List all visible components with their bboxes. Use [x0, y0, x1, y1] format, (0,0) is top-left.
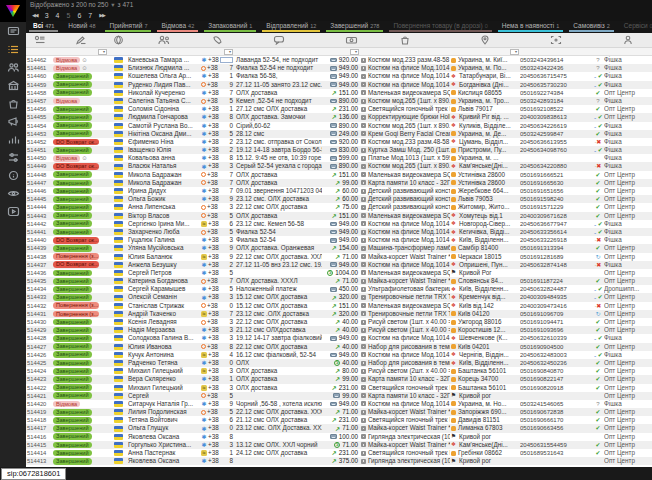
address-cell[interactable]: Запоріжжя 690... — [450, 408, 520, 416]
order-status[interactable]: Завершений — [52, 89, 108, 97]
order-status[interactable]: Завершений — [52, 384, 108, 392]
table-row[interactable]: 514424 Завершений Михаил Гилецький ic+38… — [26, 367, 652, 375]
order-status[interactable]: Відмова — [52, 97, 108, 105]
table-row[interactable]: 514414 Завершений Анна Пастернак ic+381 … — [26, 449, 652, 457]
table-row[interactable]: 514462 Відмова⊙ Каневська Тамара ... ✱+3… — [26, 56, 652, 64]
product-cell[interactable]: Майка-корсет Waist Trainer *142... — [360, 277, 450, 285]
client-name[interactable]: Салегіна Татьяна С... — [128, 97, 200, 105]
client-name[interactable]: Самотій Руслана Во... — [128, 122, 200, 130]
phone-cell[interactable]: ✱+383 — [200, 162, 234, 170]
order-status[interactable]: Завершений — [52, 187, 108, 195]
client-name[interactable]: Олексій Семанін — [128, 293, 200, 301]
client-name[interactable]: Захарченко Люба — [128, 228, 200, 236]
phone-cell[interactable]: ✱+383 — [200, 441, 234, 449]
order-status[interactable]: Завершений — [52, 220, 108, 228]
order-comment[interactable]: 19.12 14-18 завтра Бордо 56-58 — [234, 146, 322, 154]
phone-edit-input[interactable] — [220, 57, 233, 63]
phone-cell[interactable]: ✱+388 — [200, 113, 234, 121]
address-cell[interactable]: ⚑Кривой Рог — [450, 269, 520, 277]
tracking-number[interactable]: 0501690822147 — [520, 375, 592, 383]
phone-cell[interactable]: ic+383 — [200, 367, 234, 375]
address-cell[interactable]: Коростишів 12... — [450, 326, 520, 334]
table-row[interactable]: 514443 Завершений Віктор Власов +385 ОЛХ… — [26, 212, 652, 220]
tracking-number[interactable] — [520, 433, 592, 441]
tracking-number[interactable]: 20450636677947 — [520, 220, 592, 228]
client-name[interactable]: Юлия Иванова — [128, 343, 200, 351]
phone-cell[interactable]: +385 — [200, 228, 234, 236]
order-status[interactable]: Завершений — [52, 146, 108, 154]
table-row[interactable]: 514452 DO Возврат ок... Єфименко Ніна ✱+… — [26, 138, 652, 146]
client-name[interactable]: Уляна Мусійовська — [128, 244, 200, 252]
product-cell[interactable]: Набор для рисования в темнот... — [360, 343, 450, 351]
phone-cell[interactable]: ✱+380 — [200, 424, 234, 432]
table-row[interactable]: 514435 Завершений Катерина Богданова +38… — [26, 277, 652, 285]
product-cell[interactable]: Крем Goqi Berry Facial Cream *3... — [360, 130, 450, 138]
product-cell[interactable]: Корректирующие брюки Hollyw... — [360, 113, 450, 121]
phone-cell[interactable]: +387 — [200, 64, 234, 72]
product-cell[interactable]: Набор для рисования в темнот... — [360, 359, 450, 367]
tracking-number[interactable]: 20450634226619 — [520, 122, 592, 130]
order-comment[interactable]: Серый 52-54 уехала с города — [234, 162, 322, 170]
address-cell[interactable]: Лиманка 67803 — [450, 424, 520, 432]
phone-cell[interactable]: +385 — [200, 97, 234, 105]
address-cell[interactable]: ❖Кременчук від... — [450, 293, 520, 301]
client-name[interactable]: Каневська Тамара ... — [128, 56, 200, 64]
table-row[interactable]: 514444 Завершений Анна Липенська +383 22… — [26, 203, 652, 211]
address-cell[interactable]: Устинівка 28600 — [450, 171, 520, 179]
table-row[interactable]: 514451 Завершений Іващенко Юлія ✱+382 19… — [26, 146, 652, 154]
order-status[interactable]: Завершений — [52, 359, 108, 367]
address-cell[interactable]: Пристроми, Пу... — [450, 146, 520, 154]
range-dropdown-caret[interactable]: ▾ — [111, 1, 114, 8]
table-row[interactable]: 514417 Завершений Ольга Глущук ✱+380 23.… — [26, 424, 652, 432]
order-comment[interactable]: Наложенный платеж — [234, 285, 322, 293]
order-status[interactable]: Завершений — [52, 318, 108, 326]
table-row[interactable]: 514433 Завершений Олексій Семанін ✱+383 … — [26, 293, 652, 301]
table-row[interactable]: 514419 Завершений Лилия Подолинская +385… — [26, 408, 652, 416]
table-row[interactable]: 514434 Завершений Сергей Карамышев ✱+385… — [26, 285, 652, 293]
tracking-number[interactable]: 20400309473416 — [520, 302, 592, 310]
client-name[interactable]: Надія Мерзаєва — [128, 326, 200, 334]
table-row[interactable]: 514456 Завершений Соломія Сідоніна ✱+381… — [26, 105, 652, 113]
tracking-number[interactable]: 0501691598240 — [520, 195, 592, 203]
page-4[interactable]: 4 — [56, 10, 60, 21]
product-cell[interactable]: Платье Мод.1013 (1шт. х 599.00... — [360, 154, 450, 162]
order-status[interactable]: DO Возврат ок... — [52, 138, 108, 146]
phone-cell[interactable]: ic+386 — [200, 220, 234, 228]
order-comment[interactable] — [234, 457, 322, 465]
phone-cell[interactable]: ✱+388 — [200, 433, 234, 441]
order-status[interactable]: Завершений — [52, 416, 108, 424]
order-status[interactable]: Завершений — [52, 113, 108, 121]
table-row[interactable]: 514461 Відмова⊙ Близнюк Людмила ... +387… — [26, 64, 652, 72]
phone-cell[interactable]: +383 — [200, 203, 234, 211]
order-status[interactable]: Завершений — [52, 441, 108, 449]
product-cell[interactable]: Костюм на флисе Мод.1014 (1ш... — [360, 64, 450, 72]
address-cell[interactable]: ❖Татарбунари, Ві... — [450, 72, 520, 80]
order-comment[interactable]: 22.12 смс ОЛХ доставка. ХХХЛ — [234, 408, 322, 416]
product-cell[interactable]: Майка-корсет Waist Trainer *142... — [360, 253, 450, 261]
product-cell[interactable]: Карта памяти 10 класс - 32Гб *1... — [360, 375, 450, 383]
address-cell[interactable]: Київ 04120 — [450, 310, 520, 318]
client-name[interactable]: Соломія Сідоніна — [128, 105, 200, 113]
table-row[interactable]: 514439 Завершений Уляна Мусійовська ✱+38… — [26, 244, 652, 252]
tracking-number[interactable]: 20450633356614 — [520, 228, 592, 236]
order-comment[interactable]: 23.12 смс. Кемел 56-58 — [234, 220, 322, 228]
client-name[interactable]: Людмила Гончарова — [128, 113, 200, 121]
address-cell[interactable]: Львів 79053 — [450, 195, 520, 203]
table-row[interactable]: 514418 Завершений Тетяна Войтович ✱+386 … — [26, 416, 652, 424]
phone-cell[interactable]: ✱+389 — [200, 400, 234, 408]
product-cell[interactable]: Куртка Замш Мод. 250 (1шт. х 8... — [360, 146, 450, 154]
product-cell[interactable]: Тренировочные петли TRX Train... — [360, 293, 450, 301]
tracking-number[interactable]: 0501690666170 — [520, 416, 592, 424]
app-logo[interactable] — [0, 0, 26, 22]
tab-Всі[interactable]: Всі471 — [26, 21, 61, 33]
phone-cell[interactable]: ✱+389 — [200, 195, 234, 203]
column-country-header[interactable] — [108, 33, 128, 47]
order-comment[interactable]: 22.12 смс ОЛХ доставка — [234, 343, 322, 351]
product-cell[interactable]: Костюм на флисе Мод.1014 (1ш... — [360, 81, 450, 89]
table-row[interactable]: 514453 Завершений Нікітіна Оксана Дми...… — [26, 130, 652, 138]
order-status[interactable]: Повернення (з... — [52, 302, 108, 310]
address-cell[interactable]: ⚑Кривой рог — [450, 457, 520, 465]
phone-cell[interactable]: ✱+381 — [200, 56, 234, 64]
tracking-number[interactable]: 0501692108522 — [520, 105, 592, 113]
product-cell[interactable]: Костюм на флисе Мод.1014 (1ш... — [360, 72, 450, 80]
